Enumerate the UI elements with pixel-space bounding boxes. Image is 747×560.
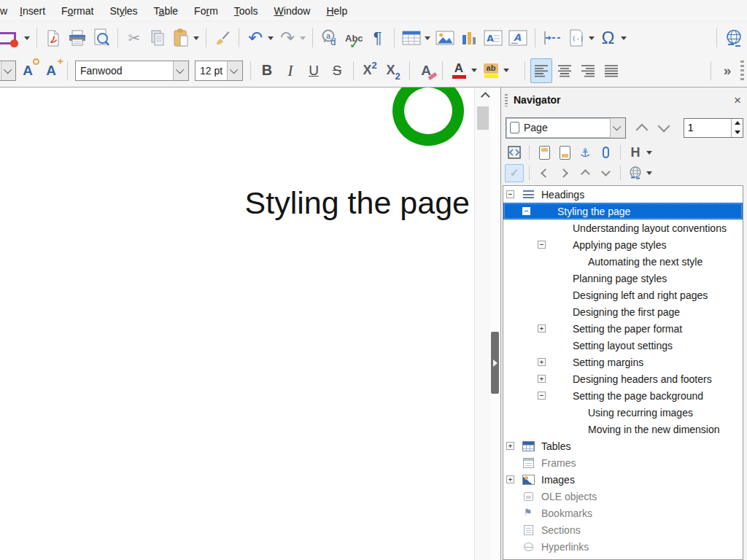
tree-item[interactable]: Planning page styles: [503, 270, 743, 287]
tree-item[interactable]: Setting margins: [503, 354, 743, 370]
set-reminder-button[interactable]: [596, 144, 615, 162]
tree-expander[interactable]: [506, 475, 514, 483]
go-back-button[interactable]: [535, 164, 554, 182]
bold-button[interactable]: B: [256, 58, 278, 83]
tree-item[interactable]: Sections: [503, 521, 743, 538]
tree-expander[interactable]: [538, 324, 546, 332]
cut-button[interactable]: ✂: [123, 26, 145, 50]
tree-item[interactable]: Understanding layout conventions: [503, 219, 743, 236]
print-button[interactable]: [66, 26, 89, 50]
tree-item[interactable]: Moving in the new dimension: [503, 421, 743, 438]
tree-item[interactable]: Designing left and right pages: [503, 287, 743, 303]
tree-item[interactable]: Designing the first page: [503, 303, 743, 320]
tree-item[interactable]: Bookmarks: [503, 505, 743, 521]
scrollbar-thumb[interactable]: [477, 106, 489, 130]
tree-item[interactable]: [503, 555, 743, 560]
insert-special-character-button[interactable]: Ω: [597, 26, 619, 50]
tree-expander[interactable]: [506, 442, 514, 450]
tree-expander[interactable]: [538, 392, 546, 400]
menu-item[interactable]: Format: [53, 1, 101, 20]
paragraph-style-dropdown[interactable]: [1, 61, 15, 80]
subscript-button[interactable]: X2: [382, 58, 404, 83]
insert-special-character-dropdown[interactable]: [621, 36, 627, 40]
redo-button[interactable]: ↷: [276, 26, 298, 50]
navigate-by-combobox[interactable]: Page: [506, 117, 626, 139]
tree-item[interactable]: Frames: [503, 454, 743, 471]
menu-item[interactable]: Insert: [12, 1, 53, 20]
italic-button[interactable]: I: [279, 58, 301, 83]
strikethrough-button[interactable]: S: [326, 58, 348, 83]
page-number-input[interactable]: [684, 119, 731, 137]
tree-expander[interactable]: [506, 190, 514, 198]
vertical-scrollbar[interactable]: [474, 88, 490, 560]
tree-expander[interactable]: [538, 375, 546, 383]
tree-item[interactable]: Styling the page: [503, 203, 743, 219]
navigator-content-tree[interactable]: Headings Styling the page Understanding …: [503, 185, 743, 560]
highlight-color-dropdown[interactable]: [503, 69, 509, 72]
clear-formatting-button[interactable]: A: [415, 58, 437, 83]
toolbar-grip[interactable]: [740, 61, 744, 81]
tree-item[interactable]: Images: [503, 471, 743, 488]
tree-item[interactable]: Automating the next style: [503, 253, 743, 270]
close-icon[interactable]: ×: [734, 94, 741, 106]
font-size-combobox[interactable]: 12 pt: [195, 61, 243, 81]
insert-table-button[interactable]: [400, 26, 423, 50]
font-color-dropdown[interactable]: [471, 69, 477, 72]
menu-item[interactable]: Window: [266, 1, 319, 20]
align-left-button[interactable]: [530, 58, 552, 83]
tree-item[interactable]: Designing headers and footers: [503, 370, 743, 387]
paste-dropdown[interactable]: [193, 36, 199, 40]
redo-dropdown[interactable]: [300, 36, 306, 40]
next-target-button[interactable]: [657, 120, 670, 133]
paragraph-style-combobox[interactable]: [0, 61, 16, 81]
tree-item[interactable]: Setting layout settings: [503, 337, 743, 354]
go-forward-button[interactable]: [555, 164, 574, 182]
scrollbar-up-button[interactable]: [475, 88, 491, 105]
tree-expander[interactable]: [522, 207, 530, 215]
export-pdf-button[interactable]: [42, 26, 64, 50]
panel-grip-icon[interactable]: [505, 94, 508, 106]
formatting-marks-button[interactable]: ¶: [367, 26, 389, 50]
toggle-master-view-button[interactable]: [505, 144, 524, 162]
page-number-spinbox[interactable]: [684, 118, 743, 138]
navigate-by-dropdown[interactable]: [610, 118, 625, 138]
highlight-color-button[interactable]: ab: [480, 58, 502, 83]
align-center-button[interactable]: [554, 58, 576, 83]
clone-formatting-button[interactable]: [212, 26, 233, 50]
tree-expander[interactable]: [538, 358, 546, 366]
menu-item[interactable]: Styles: [101, 1, 145, 20]
insert-table-dropdown[interactable]: [425, 36, 430, 40]
font-size-dropdown[interactable]: [227, 61, 242, 80]
superscript-button[interactable]: X2: [359, 58, 381, 83]
menu-item-partial[interactable]: w: [0, 5, 8, 17]
heading-levels-button[interactable]: H: [626, 144, 645, 162]
copy-button[interactable]: [147, 26, 169, 50]
font-name-dropdown[interactable]: [173, 61, 188, 80]
justify-button[interactable]: [600, 58, 622, 83]
footer-button[interactable]: [555, 144, 574, 162]
insert-text-box-button[interactable]: A: [481, 26, 505, 50]
demote-chapter-button[interactable]: [596, 164, 615, 182]
header-button[interactable]: [535, 144, 554, 162]
new-document-button[interactable]: [1, 26, 23, 50]
undo-dropdown[interactable]: [268, 36, 274, 40]
tree-item[interactable]: Headings: [503, 186, 743, 203]
show-draw-functions-button[interactable]: A: [506, 26, 530, 50]
underline-button[interactable]: U: [303, 58, 325, 83]
previous-target-button[interactable]: [635, 124, 648, 136]
spin-down-button[interactable]: [732, 128, 743, 137]
insert-field-button[interactable]: (-): [565, 26, 587, 50]
new-style-button[interactable]: A+: [40, 58, 62, 83]
find-replace-button[interactable]: ad: [318, 26, 341, 50]
font-color-button[interactable]: A: [448, 58, 470, 83]
tree-item[interactable]: Hyperlinks: [503, 538, 743, 555]
drag-mode-button[interactable]: [626, 164, 645, 182]
heading-levels-dropdown[interactable]: [646, 151, 652, 155]
insert-page-break-button[interactable]: [541, 26, 564, 50]
insert-chart-button[interactable]: [458, 26, 480, 50]
font-name-combobox[interactable]: Fanwood: [75, 61, 189, 81]
undo-button[interactable]: ↶: [244, 26, 266, 50]
tree-item[interactable]: Tables: [503, 438, 743, 454]
align-right-button[interactable]: [577, 58, 599, 83]
insert-field-dropdown[interactable]: [589, 36, 595, 40]
